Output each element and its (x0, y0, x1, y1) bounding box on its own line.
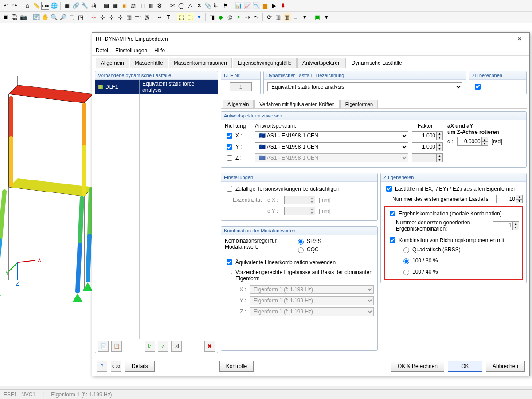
undo-icon[interactable]: ↶ (2, 2, 10, 10)
lasso-icon[interactable]: ◯ (177, 2, 185, 10)
spec-x-select[interactable]: 🇪🇺 AS1 - EN1998-1 CEN (255, 131, 408, 140)
mesh-icon[interactable]: ▦ (125, 13, 133, 21)
clip-icon[interactable]: 📎 (204, 2, 212, 10)
gen-rc-checkbox[interactable] (390, 211, 395, 216)
rotate-icon[interactable]: 🔄 (32, 13, 40, 21)
r6-icon[interactable]: ▾ (322, 13, 330, 21)
sign-checkbox[interactable] (227, 273, 232, 278)
ok-calc-button[interactable]: OK & Berechnen (391, 361, 444, 372)
subtab-equiv[interactable]: Verfahren mit äquivalenten Kräften (254, 100, 339, 108)
text-icon[interactable]: T (164, 13, 172, 21)
list-item[interactable]: DLF1 Equivalent static force analysis (95, 80, 218, 94)
ax3-icon[interactable]: ⊹ (107, 13, 115, 21)
layers-icon[interactable]: ⿻ (11, 13, 19, 21)
gear-icon[interactable]: ⚙ (156, 2, 164, 10)
dir-z-checkbox[interactable] (227, 155, 232, 161)
r3-icon[interactable]: ▦ (283, 13, 291, 21)
r1-icon[interactable]: ⟳ (265, 13, 273, 21)
list-icon[interactable]: ▤ (102, 2, 110, 10)
zoombox-icon[interactable]: 🔎 (59, 13, 67, 21)
wire-icon[interactable]: ◳ (77, 13, 85, 21)
cube-icon[interactable]: ▣ (2, 13, 10, 21)
p4-icon[interactable]: ✴ (235, 13, 243, 21)
overlap-icon[interactable]: ◫ (138, 2, 146, 10)
box-icon[interactable]: ▣ (120, 2, 128, 10)
tab-mass-combos[interactable]: Massenkombinationen (169, 58, 232, 68)
f1-icon[interactable]: ⬚ (177, 13, 185, 21)
number-icon[interactable]: x.xx (41, 2, 49, 10)
wave-icon[interactable]: 〰 (134, 13, 142, 21)
link-icon[interactable]: 🔗 (72, 2, 80, 10)
help-icon[interactable]: ? (97, 361, 107, 372)
cut-icon[interactable]: ✂ (168, 2, 176, 10)
dim-icon[interactable]: ↔ (156, 13, 164, 21)
x-icon[interactable]: ✕ (195, 2, 203, 10)
pdf-icon[interactable]: ⬇ (279, 2, 287, 10)
grid-icon[interactable]: ▦ (63, 2, 71, 10)
dlfname-select[interactable]: Equivalent static force analysis (267, 82, 462, 91)
srss-radio[interactable] (298, 239, 304, 245)
ok-button[interactable]: OK (448, 361, 482, 372)
p2-icon[interactable]: ◆ (217, 13, 225, 21)
copy-icon[interactable]: ⿻ (213, 2, 221, 10)
r4-icon[interactable]: ≡ (292, 13, 300, 21)
details-button[interactable]: Details (125, 361, 155, 372)
delete-icon[interactable]: ✖ (204, 341, 215, 352)
tab-dyn-loadcases[interactable]: Dynamische Lastfälle (347, 58, 407, 68)
calc-icon[interactable]: 📊 (235, 2, 243, 10)
r40-radio[interactable] (403, 270, 409, 275)
r30-radio[interactable] (403, 258, 409, 264)
check-all-icon[interactable]: ☑ (145, 341, 155, 352)
box3d-icon[interactable]: ▢ (68, 13, 76, 21)
menu-help[interactable]: Hilfe (154, 47, 165, 54)
subtab-eigen[interactable]: Eigenformen (340, 100, 378, 108)
home-icon[interactable]: ⌂ (23, 2, 31, 10)
tool-icon[interactable]: 🔧 (81, 2, 89, 10)
table-icon[interactable]: ▦ (111, 2, 119, 10)
arrow-icon[interactable]: ▶ (270, 2, 278, 10)
close-icon[interactable]: ✕ (513, 35, 526, 43)
menu-file[interactable]: Datei (96, 47, 108, 54)
check-icon[interactable]: ▣ (313, 13, 321, 21)
r5-icon[interactable]: ▾ (301, 13, 309, 21)
palette-icon[interactable]: ▧ (129, 2, 137, 10)
ruler-icon[interactable]: 📏 (32, 2, 40, 10)
module-icon[interactable]: ▆ (261, 2, 269, 10)
spectrum-icon[interactable]: 📉 (252, 2, 260, 10)
camera-icon[interactable]: 📷 (20, 13, 27, 21)
overlap2-icon[interactable]: ▥ (147, 2, 155, 10)
pan-icon[interactable]: ✋ (41, 13, 49, 21)
f3-icon[interactable]: ▾ (195, 13, 203, 21)
dir-y-checkbox[interactable] (227, 144, 232, 150)
chart-icon[interactable]: 📈 (243, 2, 251, 10)
copy-btn-icon[interactable]: 📋 (111, 341, 122, 352)
tab-spectra[interactable]: Antwortspektren (297, 58, 346, 68)
r2-icon[interactable]: ▥ (274, 13, 282, 21)
spec-y-select[interactable]: 🇪🇺 AS1 - EN1998-1 CEN (255, 142, 408, 151)
ax2-icon[interactable]: ⊹ (98, 13, 106, 21)
tab-general[interactable]: Allgemein (96, 58, 129, 68)
f2-icon[interactable]: ⬚ (186, 13, 194, 21)
cancel-button[interactable]: Abbrechen (486, 361, 525, 372)
p6-icon[interactable]: ⤳ (252, 13, 260, 21)
check-button[interactable]: Kontrolle (219, 361, 254, 372)
calc-checkbox[interactable] (475, 84, 481, 90)
dir-x-checkbox[interactable] (227, 133, 232, 139)
zoom-icon[interactable]: 🔍 (50, 13, 58, 21)
fill-icon[interactable]: ▧ (143, 13, 151, 21)
new-icon[interactable]: 📄 (98, 341, 109, 352)
ax4-icon[interactable]: ⊹ (116, 13, 124, 21)
p5-icon[interactable]: ⇢ (243, 13, 251, 21)
cqc-radio[interactable] (298, 247, 304, 253)
tab-mass-cases[interactable]: Massenfälle (130, 58, 168, 68)
check-one-icon[interactable]: ✓ (158, 341, 168, 352)
p1-icon[interactable]: ◨ (208, 13, 216, 21)
uncheck-icon[interactable]: ☒ (171, 341, 182, 352)
gen-dir-checkbox[interactable] (390, 237, 395, 243)
torsion-checkbox[interactable] (227, 186, 232, 192)
gen-lc-checkbox[interactable] (386, 186, 392, 192)
triangle-icon[interactable]: △ (186, 2, 194, 10)
quad-radio[interactable] (403, 247, 409, 253)
units-icon[interactable]: 0.00 (111, 361, 121, 372)
redo-icon[interactable]: ↷ (11, 2, 19, 10)
